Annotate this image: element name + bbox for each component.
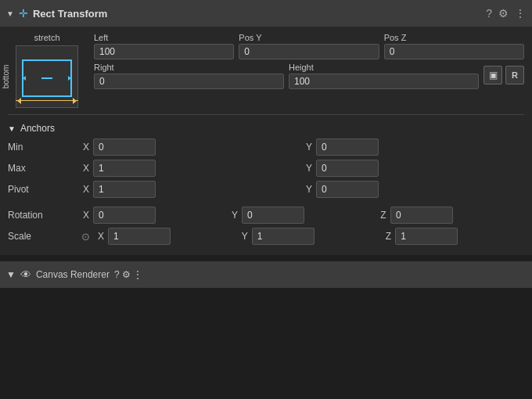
reset-button[interactable]: R [505, 66, 524, 84]
left-label: Left [94, 33, 234, 42]
fields-row-2: Right Height ▣ R [94, 63, 524, 89]
top-section: stretch bottom [8, 33, 524, 108]
anchors-min-x-group: X [81, 138, 301, 156]
anchors-min-y-label: Y [304, 142, 314, 153]
pivot-y-group: Y [304, 181, 524, 198]
pivot-x-group: X [81, 181, 301, 198]
anchors-max-x-input[interactable] [93, 160, 156, 177]
height-input[interactable] [289, 74, 479, 89]
anchors-header[interactable]: ▼ Anchors [8, 123, 524, 134]
scale-z-input[interactable] [395, 228, 458, 245]
pivot-y-input[interactable] [316, 181, 379, 198]
rotation-row: Rotation X Y Z [8, 207, 524, 224]
pivot-x-label: X [81, 184, 91, 195]
anchors-min-y-input[interactable] [316, 138, 379, 156]
rotation-z-label: Z [379, 210, 388, 221]
rotation-x-label: X [81, 210, 91, 221]
anchors-min-x-input[interactable] [93, 138, 156, 156]
transform-fields: Left Pos Y Pos Z Right [94, 33, 524, 108]
rect-transform-body: stretch bottom [0, 27, 532, 255]
component-icon: ✛ [19, 7, 28, 20]
scale-x-input[interactable] [108, 228, 171, 245]
posY-label: Pos Y [239, 33, 379, 42]
left-field-group: Left [94, 33, 234, 59]
rect-transform-header: ▼ ✛ Rect Transform ? ⚙ ⋮ [0, 0, 532, 27]
anchor-left [17, 98, 21, 104]
rotation-y-label: Y [230, 210, 239, 221]
anchors-max-y-input[interactable] [316, 160, 379, 177]
anchors-min-y-group: Y [304, 138, 524, 156]
link-icon[interactable]: ⊙ [81, 231, 90, 243]
anchors-max-label: Max [8, 163, 78, 174]
canvas-help-icon[interactable]: ? [114, 269, 120, 280]
rotation-z-group: Z [379, 207, 524, 224]
scale-x-label: X [96, 231, 106, 242]
anchors-arrow: ▼ [8, 124, 16, 133]
canvas-renderer-panel: ▼ 👁 Canvas Renderer ? ⚙ ⋮ [0, 261, 532, 288]
inner-rect [22, 59, 72, 97]
scale-x-group: X [96, 228, 237, 245]
anchor-line [16, 100, 78, 101]
collapse-arrow[interactable]: ▼ [6, 9, 14, 18]
anchors-max-y-group: Y [304, 160, 524, 177]
header-icons: ? ⚙ ⋮ [486, 7, 526, 20]
settings-icon[interactable]: ⚙ [498, 7, 509, 20]
right-field-group: Right [94, 63, 284, 89]
canvas-header-icons: ? ⚙ ⋮ [114, 269, 142, 280]
rect-transform-panel: ▼ ✛ Rect Transform ? ⚙ ⋮ stretch bottom [0, 0, 532, 255]
pivot-label: Pivot [8, 184, 78, 195]
right-label: Right [94, 63, 284, 72]
rotation-x-group: X [81, 207, 227, 224]
side-label: bottom [2, 65, 10, 89]
transform-preview: stretch bottom [8, 33, 86, 108]
canvas-renderer-header: ▼ 👁 Canvas Renderer ? ⚙ ⋮ [0, 261, 532, 288]
help-icon[interactable]: ? [486, 7, 492, 20]
anchors-min-label: Min [8, 142, 78, 153]
divider-1 [8, 114, 524, 115]
preview-label: stretch [34, 33, 59, 42]
anchors-max-row: Max X Y [8, 160, 524, 177]
anchors-label: Anchors [20, 123, 55, 134]
height-field-group: Height [289, 63, 479, 89]
arrow-left [23, 76, 26, 81]
canvas-renderer-title: Canvas Renderer [36, 269, 110, 280]
posZ-input[interactable] [384, 44, 524, 59]
height-label: Height [289, 63, 479, 72]
posY-input[interactable] [239, 44, 379, 59]
panel-title: Rect Transform [33, 8, 481, 20]
scale-y-group: Y [240, 228, 381, 245]
left-input[interactable] [94, 44, 234, 59]
rect-icon-button[interactable]: ▣ [483, 66, 502, 84]
scale-y-input[interactable] [252, 228, 315, 245]
preview-container[interactable]: bottom [16, 45, 78, 108]
anchors-max-y-label: Y [304, 163, 314, 174]
anchor-right [73, 98, 77, 104]
pivot-y-label: Y [304, 184, 314, 195]
anchors-max-x-label: X [81, 163, 91, 174]
pivot-x-input[interactable] [93, 181, 156, 198]
scale-label: Scale [8, 231, 78, 242]
anchors-max-x-group: X [81, 160, 301, 177]
canvas-collapse-arrow[interactable]: ▼ [6, 269, 16, 280]
fields-row-1: Left Pos Y Pos Z [94, 33, 524, 59]
arrow-right [68, 76, 71, 81]
posZ-field-group: Pos Z [384, 33, 524, 59]
scale-z-group: Z [383, 228, 524, 245]
posY-field-group: Pos Y [239, 33, 379, 59]
pivot-row: Pivot X Y [8, 181, 524, 198]
rotation-label: Rotation [8, 210, 78, 221]
more-icon[interactable]: ⋮ [515, 7, 526, 20]
action-buttons: ▣ R [483, 66, 524, 86]
right-input[interactable] [94, 74, 284, 89]
rotation-z-input[interactable] [390, 207, 453, 224]
scale-z-label: Z [383, 231, 393, 242]
scale-y-label: Y [240, 231, 250, 242]
anchors-min-x-label: X [81, 142, 91, 153]
rotation-x-input[interactable] [93, 207, 156, 224]
canvas-settings-icon[interactable]: ⚙ [122, 269, 131, 280]
canvas-more-icon[interactable]: ⋮ [133, 269, 142, 280]
scale-row: Scale ⊙ X Y Z [8, 228, 524, 245]
eye-icon[interactable]: 👁 [20, 268, 31, 281]
rotation-y-input[interactable] [242, 207, 304, 224]
anchors-min-row: Min X Y [8, 138, 524, 156]
